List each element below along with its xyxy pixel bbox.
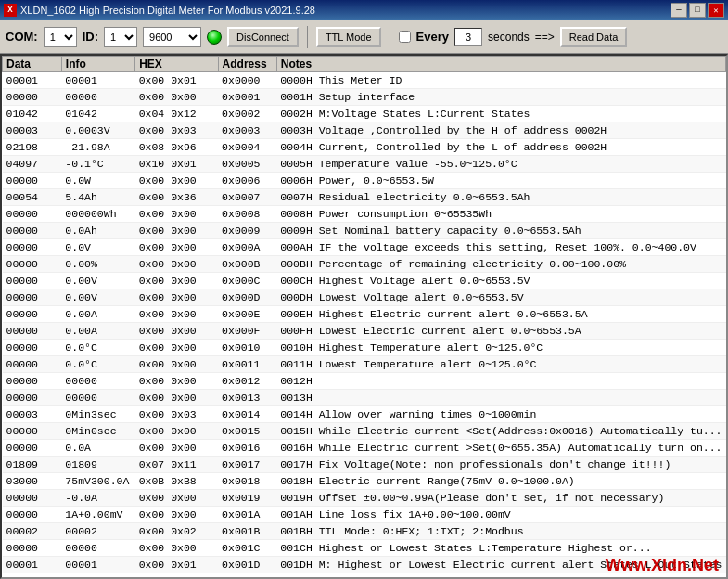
cell-hex: 0x04 0x12 xyxy=(135,106,218,122)
baud-select[interactable]: 96001920038400115200 xyxy=(143,27,201,47)
cell-notes: 0003H Voltage ,Controlled by the H of ad… xyxy=(276,122,725,139)
cell-hex: 0x00 0x02 xyxy=(135,523,218,540)
cell-info: 0Min0sec xyxy=(61,423,134,440)
table-row: 00002000020x00 0x020x001B001BH TTL Mode:… xyxy=(3,523,726,540)
cell-address: 0x0015 xyxy=(218,423,276,440)
cell-address: 0x0017 xyxy=(218,457,276,473)
title-bar-controls[interactable]: ─ □ ✕ xyxy=(671,3,724,18)
cell-data: 01042 xyxy=(3,106,62,122)
cell-data: 00000 xyxy=(3,273,62,290)
cell-info: 0.0Ah xyxy=(61,223,134,239)
cell-notes: 0011H Lowest Temperature alert 0~125.0°C xyxy=(276,356,725,373)
id-label: ID: xyxy=(83,30,98,44)
cell-address: 0x001D xyxy=(218,557,276,573)
maximize-button[interactable]: □ xyxy=(689,3,706,18)
cell-notes: 0001H Setup interface xyxy=(276,89,725,106)
cell-info: 0.00V xyxy=(61,290,134,306)
table-row: 00001000010x00 0x010x00000000H This Mete… xyxy=(3,72,726,89)
table-row: 000545.4Ah0x00 0x360x00070007H Residual … xyxy=(3,189,726,206)
table-row: 00000000000x00 0x000x001C001CH Highest o… xyxy=(3,540,726,557)
com-select[interactable]: 1234 5678 xyxy=(44,27,77,47)
minimize-button[interactable]: ─ xyxy=(671,3,687,18)
table-row: 000000.00A0x00 0x000x000E000EH Highest E… xyxy=(3,306,726,323)
cell-address: 0x0007 xyxy=(218,189,276,206)
cell-notes: 001CH Highest or Lowest States L:Tempera… xyxy=(276,540,725,557)
cell-address: 0x000B xyxy=(218,256,276,273)
header-hex: HEX xyxy=(135,57,218,72)
cell-hex: 0x08 0x96 xyxy=(135,139,218,156)
cell-address: 0x0003 xyxy=(218,122,276,139)
ttl-mode-button[interactable]: TTL Mode xyxy=(316,27,381,47)
table-row: 000000.0°C0x00 0x000x00100010H Highest T… xyxy=(3,340,726,356)
cell-notes: 001EH DAC01 xyxy=(276,573,725,580)
cell-notes: 0006H Power, 0.0~6553.5W xyxy=(276,173,725,189)
cell-data: 00000 xyxy=(3,223,62,239)
cell-info: 00000 xyxy=(61,390,134,406)
cell-address: 0x0000 xyxy=(218,72,276,89)
cell-address: 0x0005 xyxy=(218,156,276,173)
cell-data: 21845 xyxy=(3,573,62,580)
cell-notes: 000EH Highest Electric current alert 0.0… xyxy=(276,306,725,323)
cell-notes: 0017H Fix Voltage(Note: non professional… xyxy=(276,457,725,473)
cell-data: 00000 xyxy=(3,340,62,356)
close-button[interactable]: ✕ xyxy=(708,3,724,18)
disconnect-button[interactable]: DisConnect xyxy=(227,27,299,47)
table-row: 00000000000x00 0x000x00010001H Setup int… xyxy=(3,89,726,106)
cell-address: 0x0006 xyxy=(218,173,276,189)
cell-notes: 0005H Temperature Value -55.0~125.0°C xyxy=(276,156,725,173)
table-row: 000000Min0sec0x00 0x000x00150015H While … xyxy=(3,423,726,440)
cell-address: 0x0011 xyxy=(218,356,276,373)
cell-address: 0x0010 xyxy=(218,340,276,356)
cell-data: 00000 xyxy=(3,356,62,373)
cell-info: -0.0A xyxy=(61,490,134,507)
cell-info: 0.0°C xyxy=(61,340,134,356)
cell-address: 0x000D xyxy=(218,290,276,306)
arrow-label: ==> xyxy=(535,31,555,44)
cell-address: 0x0012 xyxy=(218,373,276,390)
cell-data: 00000 xyxy=(3,306,62,323)
cell-data: 00000 xyxy=(3,373,62,390)
id-select[interactable]: 123 xyxy=(104,27,137,47)
table-row: 000000.00A0x00 0x000x000F000FH Lowest El… xyxy=(3,323,726,340)
cell-address: 0x0001 xyxy=(218,89,276,106)
cell-notes: 0014H Allow over warning times 0~1000min xyxy=(276,406,725,423)
table-row: 04097-0.1°C0x10 0x010x00050005H Temperat… xyxy=(3,156,726,173)
table-row: 000001A+0.00mV0x00 0x000x001A001AH Line … xyxy=(3,507,726,523)
cell-hex: 0x55 0x55 xyxy=(135,573,218,580)
cell-data: 00000 xyxy=(3,290,62,306)
cell-hex: 0x00 0x00 xyxy=(135,440,218,457)
cell-hex: 0x00 0x00 xyxy=(135,340,218,356)
cell-info: 0.00V xyxy=(61,273,134,290)
cell-hex: 0x00 0x00 xyxy=(135,373,218,390)
cell-info: 0Min3sec xyxy=(61,406,134,423)
table-row: 000000.0A0x00 0x000x00160016H While Elec… xyxy=(3,440,726,457)
cell-address: 0x000F xyxy=(218,323,276,340)
table-row: 00000000000Wh0x00 0x000x00080008H Power … xyxy=(3,206,726,223)
table-row: 01809018090x07 0x110x00170017H Fix Volta… xyxy=(3,457,726,473)
table-row: 0300075mV300.0A0x0B 0xB80x00180018H Elec… xyxy=(3,473,726,490)
cell-info: 0.00% xyxy=(61,256,134,273)
seconds-input[interactable]: 3 xyxy=(454,28,482,46)
cell-hex: 0x00 0x00 xyxy=(135,206,218,223)
cell-notes: 000CH Highest Voltage alert 0.0~6553.5V xyxy=(276,273,725,290)
data-table-container[interactable]: Data Info HEX Address Notes 00001000010x… xyxy=(0,54,728,579)
cell-notes: 000FH Lowest Electric current alert 0.0~… xyxy=(276,323,725,340)
cell-notes: 001AH Line loss fix 1A+0.00~100.00mV xyxy=(276,507,725,523)
cell-address: 0x001E xyxy=(218,573,276,580)
cell-address: 0x0002 xyxy=(218,106,276,122)
every-checkbox[interactable] xyxy=(399,31,411,43)
table-row: 000000.0V0x00 0x000x000A000AH IF the vol… xyxy=(3,239,726,256)
read-data-button[interactable]: Read Data xyxy=(560,27,628,47)
cell-info: 00000 xyxy=(61,540,134,557)
cell-hex: 0x00 0x00 xyxy=(135,306,218,323)
cell-data: 03000 xyxy=(3,473,62,490)
cell-hex: 0x00 0x00 xyxy=(135,173,218,189)
cell-hex: 0x00 0x00 xyxy=(135,273,218,290)
cell-notes: 0008H Power consumption 0~65535Wh xyxy=(276,206,725,223)
cell-data: 00000 xyxy=(3,323,62,340)
cell-info: -0.1°C xyxy=(61,156,134,173)
cell-data: 00000 xyxy=(3,239,62,256)
cell-hex: 0x00 0x00 xyxy=(135,490,218,507)
cell-notes: 000BH Percentage of remaining electricit… xyxy=(276,256,725,273)
cell-hex: 0x07 0x11 xyxy=(135,457,218,473)
